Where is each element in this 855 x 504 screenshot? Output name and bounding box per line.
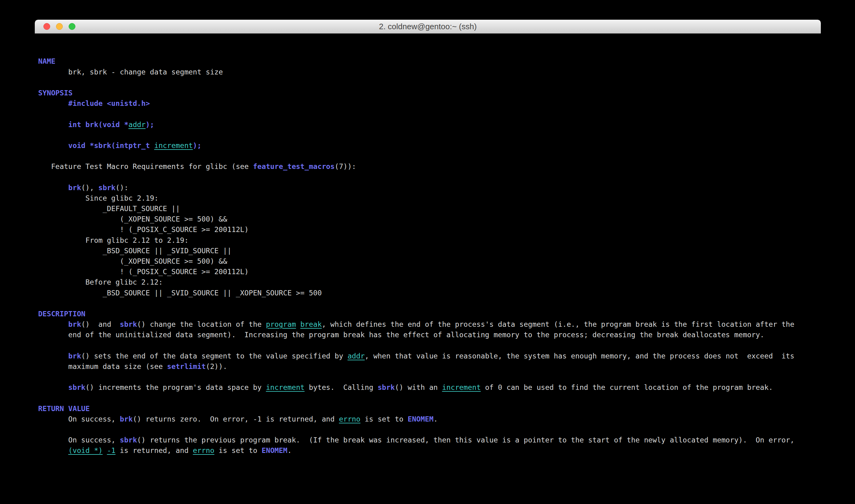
terminal-line: (void *) -1 is returned, and errno is se… <box>38 445 821 456</box>
terminal-line <box>38 298 821 309</box>
man-page-link[interactable]: addr <box>128 120 146 129</box>
terminal-line: From glibc 2.12 to 2.19: <box>38 235 821 246</box>
terminal-line: ! (_POSIX_C_SOURCE >= 200112L) <box>38 224 821 235</box>
man-page-link[interactable]: (void *) <box>68 446 103 454</box>
terminal-line <box>38 109 821 119</box>
man-page-link[interactable]: increment <box>266 383 305 391</box>
terminal-line <box>38 456 821 466</box>
terminal-line: Since glibc 2.19: <box>38 193 821 203</box>
terminal-line <box>38 393 821 403</box>
man-page-link[interactable]: break <box>300 320 322 328</box>
terminal-line: SYNOPSIS <box>38 88 821 98</box>
terminal-line: Before glibc 2.12: <box>38 277 821 287</box>
minimize-button[interactable] <box>56 23 63 30</box>
man-page-link[interactable]: increment <box>154 141 193 149</box>
man-page-link[interactable]: addr <box>348 352 365 360</box>
window-title: 2. coldnew@gentoo:~ (ssh) <box>35 20 821 33</box>
man-page-text: NAME brk, sbrk - change data segment siz… <box>38 56 821 466</box>
terminal-line: (_XOPEN_SOURCE >= 500) && <box>38 214 821 224</box>
terminal-line: ! (_POSIX_C_SOURCE >= 200112L) <box>38 267 821 277</box>
man-page-link[interactable]: -1 <box>107 446 115 454</box>
terminal-line: _DEFAULT_SOURCE || <box>38 203 821 214</box>
terminal-line: brk(), sbrk(): <box>38 182 821 193</box>
man-page-link[interactable]: program <box>266 320 296 328</box>
window-titlebar[interactable]: 2. coldnew@gentoo:~ (ssh) <box>35 20 821 34</box>
terminal-line: #include <unistd.h> <box>38 98 821 109</box>
terminal-line: void *sbrk(intptr_t increment); <box>38 140 821 151</box>
terminal-output[interactable]: NAME brk, sbrk - change data segment siz… <box>35 34 821 478</box>
terminal-line <box>38 130 821 140</box>
terminal-line: brk() and sbrk() change the location of … <box>38 319 821 329</box>
terminal-line: maximum data size (see setrlimit(2)). <box>38 361 821 372</box>
terminal-line: brk() sets the end of the data segment t… <box>38 351 821 361</box>
terminal-line: _BSD_SOURCE || _SVID_SOURCE || <box>38 246 821 256</box>
terminal-line: NAME <box>38 56 821 67</box>
man-page-link[interactable]: increment <box>442 383 481 391</box>
man-page-link[interactable]: errno <box>339 415 360 423</box>
terminal-line: (_XOPEN_SOURCE >= 500) && <box>38 256 821 267</box>
terminal-line: On success, sbrk() returns the previous … <box>38 435 821 445</box>
terminal-line: sbrk() increments the program's data spa… <box>38 382 821 393</box>
terminal-line <box>38 77 821 88</box>
terminal-line: _BSD_SOURCE || _SVID_SOURCE || _XOPEN_SO… <box>38 288 821 298</box>
desktop-background: { "window": { "title": "2. coldnew@gento… <box>0 0 855 504</box>
terminal-line <box>38 372 821 382</box>
terminal-line: brk, sbrk - change data segment size <box>38 67 821 77</box>
terminal-line: DESCRIPTION <box>38 309 821 319</box>
terminal-line <box>38 424 821 435</box>
close-button[interactable] <box>43 23 50 30</box>
terminal-line: RETURN VALUE <box>38 403 821 414</box>
terminal-line <box>38 172 821 182</box>
terminal-line: int brk(void *addr); <box>38 120 821 130</box>
terminal-line: end of the uninitialized data segment). … <box>38 329 821 340</box>
terminal-line <box>38 151 821 161</box>
terminal-line <box>38 340 821 350</box>
terminal-line: On success, brk() returns zero. On error… <box>38 414 821 424</box>
traffic-lights <box>43 23 75 30</box>
terminal-window: 2. coldnew@gentoo:~ (ssh) NAME brk, sbrk… <box>35 20 821 478</box>
zoom-button[interactable] <box>69 23 75 30</box>
man-page-link[interactable]: errno <box>193 446 215 454</box>
terminal-line: Feature Test Macro Requirements for glib… <box>38 161 821 172</box>
